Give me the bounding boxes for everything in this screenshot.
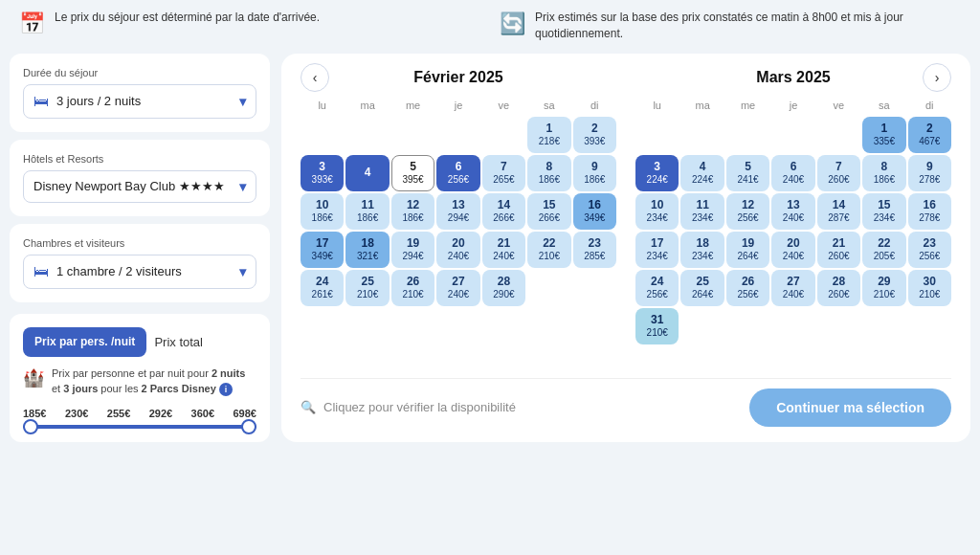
day-cell[interactable]: 26210€ <box>391 270 434 306</box>
day-header: me <box>726 96 769 115</box>
day-cell[interactable]: 13294€ <box>436 193 479 230</box>
day-cell[interactable]: 15266€ <box>527 193 570 230</box>
day-cell[interactable]: 3224€ <box>635 155 679 191</box>
empty-cell <box>527 270 570 306</box>
range-label-292: 292€ <box>149 408 172 419</box>
next-month-button[interactable]: › <box>923 63 951 92</box>
empty-cell <box>436 117 479 153</box>
banner-item-1: 📅 Le prix du séjour est déterminé par la… <box>19 10 480 42</box>
duration-dropdown[interactable]: 🛏 3 jours / 2 nuits ▾ <box>23 84 256 119</box>
range-label-698: 698€ <box>233 408 256 419</box>
day-cell[interactable]: 10234€ <box>635 193 679 230</box>
day-header: sa <box>527 96 570 115</box>
day-cell[interactable]: 21240€ <box>482 232 525 268</box>
day-cell[interactable]: 8186€ <box>862 155 905 191</box>
day-cell[interactable]: 1218€ <box>527 117 570 153</box>
day-cell[interactable]: 20240€ <box>771 232 814 268</box>
day-cell[interactable]: 25264€ <box>680 270 724 306</box>
day-cell[interactable]: 23256€ <box>908 232 951 268</box>
calendar-icon: 📅 <box>19 11 45 36</box>
park-icon: 🏰 <box>23 366 44 390</box>
confirm-button[interactable]: Continuer ma sélection <box>749 388 951 427</box>
day-cell[interactable]: 30210€ <box>908 270 951 306</box>
day-cell[interactable]: 8186€ <box>527 155 570 191</box>
day-cell[interactable]: 31210€ <box>635 308 679 344</box>
hotel-dropdown[interactable]: Disney Newport Bay Club ★★★★ ▾ <box>23 170 256 203</box>
day-cell[interactable]: 21260€ <box>817 232 860 268</box>
day-cell[interactable]: 17349€ <box>301 232 344 268</box>
slider-thumb-left[interactable] <box>23 419 38 434</box>
day-cell[interactable]: 18321€ <box>345 232 389 268</box>
day-cell[interactable]: 6256€ <box>436 155 479 191</box>
day-cell[interactable]: 29210€ <box>862 270 905 306</box>
day-cell[interactable]: 13240€ <box>771 193 814 230</box>
day-cell[interactable]: 9186€ <box>573 155 616 191</box>
day-cell[interactable]: 7260€ <box>817 155 860 191</box>
day-cell[interactable]: 28290€ <box>482 270 525 306</box>
day-cell[interactable]: 11186€ <box>345 193 389 230</box>
day-cell[interactable]: 27240€ <box>436 270 479 306</box>
bed-icon: 🛏 <box>33 93 49 110</box>
rooms-dropdown[interactable]: 🛏 1 chambre / 2 visiteurs ▾ <box>23 255 256 289</box>
day-cell[interactable]: 18234€ <box>680 232 724 268</box>
day-cell[interactable]: 26256€ <box>726 270 769 306</box>
day-cell[interactable]: 9278€ <box>908 155 951 191</box>
day-cell[interactable]: 22205€ <box>862 232 905 268</box>
duration-section: Durée du séjour 🛏 3 jours / 2 nuits ▾ <box>10 54 270 132</box>
day-cell[interactable]: 5241€ <box>726 155 769 191</box>
banner-text-1: Le prix du séjour est déterminé par la d… <box>55 10 320 26</box>
info-icon[interactable]: i <box>219 383 233 396</box>
day-cell[interactable]: 2393€ <box>573 117 616 153</box>
day-cell[interactable]: 5395€ <box>391 155 434 191</box>
footer-search: 🔍 Cliquez pour vérifier la disponibilité <box>301 400 516 414</box>
prev-month-button[interactable]: ‹ <box>301 63 329 92</box>
price-section: Prix par pers. /nuit Prix total 🏰 Prix p… <box>10 314 270 442</box>
day-cell[interactable]: 12186€ <box>391 193 434 230</box>
day-cell[interactable]: 11234€ <box>680 193 724 230</box>
day-cell[interactable]: 14287€ <box>817 193 860 230</box>
day-cell[interactable]: 4224€ <box>680 155 724 191</box>
price-total-button[interactable]: Prix total <box>154 335 203 349</box>
day-cell[interactable]: 23285€ <box>573 232 616 268</box>
day-cell[interactable]: 25210€ <box>345 270 389 306</box>
day-header: ma <box>345 96 389 115</box>
rooms-chevron-icon: ▾ <box>239 264 246 279</box>
refresh-icon: 🔄 <box>500 11 525 36</box>
day-cell[interactable]: 22210€ <box>527 232 570 268</box>
duration-value: 3 jours / 2 nuits <box>56 94 141 108</box>
hotel-label: Hôtels et Resorts <box>23 153 256 165</box>
day-cell[interactable]: 20240€ <box>436 232 479 268</box>
day-cell[interactable]: 19264€ <box>726 232 769 268</box>
search-icon: 🔍 <box>301 400 316 414</box>
day-header: je <box>771 96 814 115</box>
day-cell[interactable]: 1335€ <box>862 117 905 153</box>
day-cell[interactable]: 12256€ <box>726 193 769 230</box>
day-cell[interactable]: 14266€ <box>482 193 525 230</box>
top-banner: 📅 Le prix du séjour est déterminé par la… <box>10 10 970 42</box>
sidebar: Durée du séjour 🛏 3 jours / 2 nuits ▾ Hô… <box>10 54 270 442</box>
day-cell[interactable]: 6240€ <box>771 155 814 191</box>
day-cell[interactable]: 24256€ <box>635 270 679 306</box>
empty-cell <box>391 117 434 153</box>
slider-fill <box>23 425 256 429</box>
slider-thumb-right[interactable] <box>241 419 256 434</box>
day-cell[interactable]: 17234€ <box>635 232 679 268</box>
day-cell[interactable]: 16278€ <box>908 193 951 230</box>
calendar-panel: ‹ Février 2025 lumamejevesadi1218€2393€3… <box>281 54 970 442</box>
mar-title: Mars 2025 <box>756 69 830 86</box>
day-cell[interactable]: 16349€ <box>573 193 616 230</box>
day-cell[interactable]: 7265€ <box>482 155 525 191</box>
day-cell[interactable]: 2467€ <box>908 117 951 153</box>
day-cell[interactable]: 19294€ <box>391 232 434 268</box>
day-cell[interactable]: 27240€ <box>771 270 814 306</box>
price-per-person-button[interactable]: Prix par pers. /nuit <box>23 327 146 358</box>
rooms-section: Chambres et visiteurs 🛏 1 chambre / 2 vi… <box>10 224 270 302</box>
day-cell[interactable]: 28260€ <box>817 270 860 306</box>
day-cell[interactable]: 15234€ <box>862 193 905 230</box>
day-cell[interactable]: 3393€ <box>301 155 344 191</box>
duration-label: Durée du séjour <box>23 67 256 78</box>
day-cell[interactable]: 10186€ <box>301 193 344 230</box>
search-text: Cliquez pour vérifier la disponibilité <box>323 400 516 414</box>
day-cell[interactable]: 4 <box>345 155 389 191</box>
day-cell[interactable]: 24261€ <box>301 270 344 306</box>
